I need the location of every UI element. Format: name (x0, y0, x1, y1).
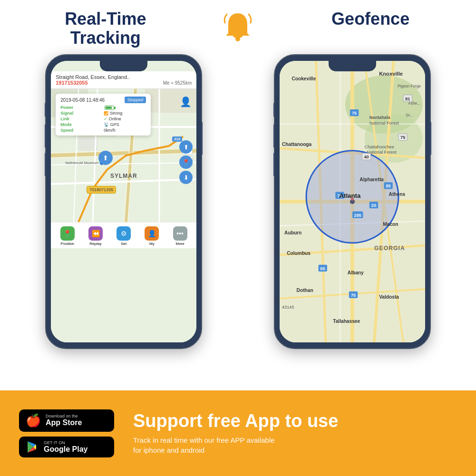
svg-text:Ashe...: Ashe... (408, 101, 420, 106)
svg-text:85: 85 (386, 184, 390, 189)
svg-text:Nantahala: Nantahala (369, 116, 390, 120)
nav-more-label: More (175, 242, 184, 246)
svg-text:Chattanooga: Chattanooga (282, 142, 312, 147)
left-map-area: StetsonRanch Park 210 2019-05-08 11:48:4… (51, 89, 196, 222)
phone-number: 19171532055 (56, 80, 87, 86)
nav-my-icon: 👤 (145, 226, 159, 241)
google-play-icon (26, 440, 39, 454)
app-buttons: 🍎 Download on the App Store GET IT ON Go… (19, 409, 114, 457)
signal-label: Signal (60, 111, 103, 116)
sylmar-label: SYLMAR (110, 173, 137, 179)
svg-text:40: 40 (364, 155, 369, 159)
left-phone: Straight Road, Essex, England.. 19171532… (45, 54, 202, 349)
app-info: Support free App to use Track in real ti… (133, 411, 457, 455)
nav-my[interactable]: 👤 My (145, 226, 159, 246)
svg-text:Knoxville: Knoxville (379, 71, 403, 77)
svg-text:Tallahassee: Tallahassee (333, 319, 360, 324)
right-title: Geofence (304, 10, 437, 29)
header-center (221, 10, 254, 43)
person-marker: 👤 (180, 96, 192, 107)
app-store-text: Download on the App Store (46, 414, 82, 427)
header-right: Geofence (304, 10, 437, 29)
popup-time: 2019-05-08 11:48:46 (60, 97, 105, 103)
right-notch (329, 61, 376, 71)
svg-text:Columbus: Columbus (287, 251, 311, 256)
right-screen-content: 75 85 75 285 20 40 81 (280, 61, 425, 342)
action-btn-3[interactable]: ⬇ (179, 171, 193, 184)
svg-text:Pigeon Forge: Pigeon Forge (398, 84, 421, 88)
address-bar: Straight Road, Essex, England.. 19171532… (51, 71, 196, 89)
right-phone: 75 85 75 285 20 40 81 (274, 54, 431, 349)
location-label: 7018071335 (87, 186, 116, 194)
apple-icon: 🍎 (26, 413, 41, 428)
action-btn-2[interactable]: 📍 (179, 155, 193, 169)
app-info-title: Support free App to use (133, 411, 457, 431)
nav-replay-icon: ⏪ (88, 226, 103, 241)
svg-text:Chattahoochee: Chattahoochee (364, 145, 394, 149)
nav-position[interactable]: 📍 Position (60, 226, 75, 246)
info-popup: 2019-05-08 11:48:46 Stopped Power Signal (56, 94, 151, 136)
svg-text:GEORGIA: GEORGIA (374, 245, 405, 252)
app-store-button[interactable]: 🍎 Download on the App Store (19, 409, 114, 432)
top-section: Real-Time Tracking Geofence (0, 0, 476, 390)
nav-position-icon: 📍 (60, 226, 75, 241)
left-phone-screen: Straight Road, Essex, England.. 19171532… (51, 61, 196, 342)
app-store-large-text: App Store (46, 418, 82, 427)
svg-text:Macon: Macon (383, 222, 398, 227)
power-label: Power (60, 105, 103, 110)
svg-text:Atlanta: Atlanta (339, 192, 361, 199)
svg-text:20: 20 (371, 203, 376, 208)
right-map-svg: 75 85 75 285 20 40 81 (280, 61, 425, 342)
left-title: Real-Time Tracking (39, 10, 172, 47)
notch (100, 61, 147, 71)
svg-text:Gr...: Gr... (406, 114, 413, 118)
right-phone-screen: 75 85 75 285 20 40 81 (280, 61, 425, 342)
svg-text:85: 85 (320, 266, 325, 271)
bell-icon (221, 10, 254, 43)
app-info-desc: Track in real time with our free APP ava… (133, 435, 457, 455)
svg-text:Cookeville: Cookeville (291, 76, 316, 81)
speed-label: Speed (60, 128, 103, 133)
app-store-small-text: Download on the (46, 414, 82, 418)
svg-text:285: 285 (354, 213, 361, 218)
google-play-large-text: Google Play (44, 445, 87, 454)
bottom-section: 🍎 Download on the App Store GET IT ON Go… (0, 390, 476, 476)
nav-set[interactable]: ⚙ Set (117, 226, 131, 246)
battery-icon (105, 106, 114, 110)
nav-position-label: Position (61, 242, 74, 246)
svg-text:43145: 43145 (282, 305, 294, 310)
mode-label: Mode (60, 122, 103, 127)
bottom-nav: 📍 Position ⏪ Replay ⚙ Set 👤 (51, 222, 196, 248)
address-text: Straight Road, Essex, England.. (56, 74, 192, 80)
svg-text:Alpharetta: Alpharetta (359, 177, 384, 182)
distance-text: Me ≈ 9525km (163, 80, 192, 86)
svg-text:National Forest: National Forest (367, 150, 397, 155)
svg-text:Valdosta: Valdosta (379, 294, 399, 300)
svg-text:81: 81 (405, 97, 410, 101)
svg-text:Auburn: Auburn (284, 231, 301, 236)
link-value: Online (109, 117, 121, 121)
nav-set-label: Set (121, 242, 126, 246)
svg-text:Athens: Athens (389, 192, 405, 197)
mode-value: GPS (110, 122, 119, 127)
phones-row: Straight Road, Essex, England.. 19171532… (14, 54, 462, 349)
google-play-button[interactable]: GET IT ON Google Play (19, 437, 114, 457)
headers: Real-Time Tracking Geofence (14, 10, 462, 47)
google-play-text: GET IT ON Google Play (44, 440, 87, 454)
side-actions: ⬆ 📍 ⬇ (179, 140, 193, 184)
svg-text:Dothan: Dothan (296, 288, 313, 293)
nethercutt-label: Nethercutt Museum 🔵 (65, 161, 104, 165)
svg-text:Albany: Albany (348, 270, 364, 275)
left-screen-content: Straight Road, Essex, England.. 19171532… (51, 61, 196, 342)
svg-text:75: 75 (352, 111, 357, 116)
header-left: Real-Time Tracking (39, 10, 172, 47)
nav-more[interactable]: ••• More (173, 226, 187, 246)
nav-more-icon: ••• (173, 226, 187, 241)
nav-replay-label: Replay (90, 242, 102, 246)
nav-replay[interactable]: ⏪ Replay (88, 226, 103, 246)
action-btn-1[interactable]: ⬆ (179, 140, 193, 154)
svg-text:National Forest: National Forest (369, 121, 399, 126)
signal-value: Strong (110, 111, 123, 116)
link-label: Link (60, 117, 103, 121)
speed-value: 0km/h (104, 128, 146, 133)
